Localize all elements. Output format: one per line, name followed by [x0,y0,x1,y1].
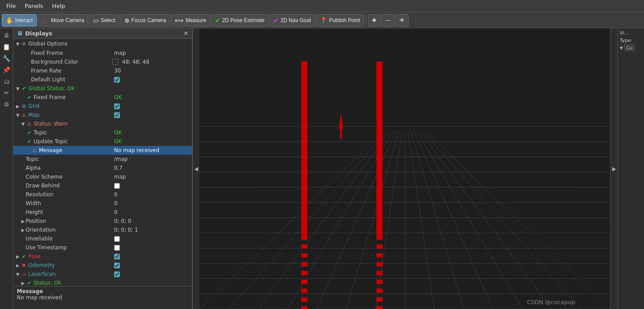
odometry-checkbox[interactable] [114,263,120,268]
pose-checkbox[interactable] [114,254,120,259]
map-row: ▼ ⚠ Map [13,111,192,119]
map-position-label: Position [26,218,111,224]
bottom-message: Message No map received [13,286,192,309]
map-topic-status-row: ✔ Topic OK [13,128,192,137]
remove-button[interactable]: — [381,14,395,27]
rviz-3d-view [199,28,610,309]
menu-help[interactable]: Help [48,2,70,10]
sidebar-icon-3[interactable]: 🔧 [1,53,12,64]
measure-button[interactable]: ⟺ Measure [171,14,210,27]
map-draw-behind-row: Draw Behind [13,181,192,190]
map-orientation-expand[interactable]: ▶ [20,227,26,233]
grid-row: ▶ ⊞ Grid [13,102,192,111]
map-width-value: 0 [112,200,119,206]
sidebar-icon-6[interactable]: ✏ [1,88,12,98]
pose-expand[interactable]: ▶ [15,254,20,259]
map-color-scheme-row: Color Scheme map [13,172,192,181]
focus-camera-button[interactable]: ⊕ Focus Camera [120,14,170,27]
menu-panels[interactable]: Panels [20,2,48,10]
map-position-expand[interactable]: ▶ [20,218,26,224]
fixed-frame-value: map [112,50,128,56]
status-fixed-frame-row: ✔ Fixed Frame OK [13,93,192,102]
map-position-value: 0; 0; 0 [112,218,133,224]
focus-camera-label: Focus Camera [131,17,166,23]
right-expand-arrow-icon: ▶ [612,166,616,172]
displays-close-button[interactable]: ✕ [184,30,188,37]
right-panel-dropdown: ▼ Cu [620,44,642,51]
map-message-warn-icon: ⚠ [31,147,38,154]
right-panel-dropdown-button[interactable]: Cu [624,44,635,51]
add-button[interactable]: ✚ [368,14,380,27]
draw-behind-checkbox[interactable] [114,183,120,189]
map-color-scheme-label: Color Scheme [26,174,111,180]
status-fixed-frame-value: OK [112,94,123,100]
sidebar-icon-2[interactable]: 📋 [1,42,12,52]
panel-collapse-button[interactable]: ◀ [192,28,199,309]
sidebar-icon-4[interactable]: 📌 [1,65,12,75]
map-alpha-label: Alpha [26,165,111,171]
map-checkbox[interactable] [114,112,120,118]
menu-file[interactable]: File [2,2,20,10]
frame-rate-row: Frame Rate 30 [13,66,192,75]
map-status-expand[interactable]: ▼ [20,121,26,126]
map-orientation-label: Orientation [26,227,111,233]
bottom-message-title: Message [17,288,188,294]
map-message-row[interactable]: ⚠ Message No map received [13,146,192,155]
laserscan-expand[interactable]: ▼ [15,271,20,277]
use-timestamp-checkbox[interactable] [114,245,120,251]
unreliable-checkbox[interactable] [114,236,120,242]
right-panel-expand[interactable]: ▶ [610,28,617,309]
displays-title: Displays [25,30,52,37]
global-status-expand[interactable]: ▼ [15,86,20,91]
bg-color-swatch[interactable] [112,59,119,65]
rviz-canvas-area[interactable]: CSDN @cocapop [199,28,610,309]
odometry-icon: ✖ [20,262,27,269]
view-button[interactable]: 👁 [395,14,409,27]
publish-point-button[interactable]: 📍 Publish Point [316,14,364,27]
map-alpha-row: Alpha 0.7 [13,164,192,172]
map-expand[interactable]: ▼ [15,112,20,118]
map-message-label: Message [39,147,111,153]
laserscan-icon: ↝ [20,271,27,278]
map-orientation-row: ▶ Orientation 0; 0; 0; 1 [13,225,192,234]
interact-button[interactable]: ✋ Interact [2,14,37,27]
focus-icon: ⊕ [124,17,130,24]
map-unreliable-label: Unreliable [26,236,111,242]
odometry-label: Odometry [28,262,111,268]
map-resolution-label: Resolution [26,191,111,198]
map-icon: ⚠ [20,111,27,118]
bg-color-value: 48; 48; 48 [120,59,151,65]
map-label: Map [28,112,111,118]
laserscan-status-label: Status: Ok [34,280,111,286]
2d-nav-icon: ✔ [273,17,279,24]
map-topic-status-value: OK [112,130,123,136]
laserscan-status-expand[interactable]: ▶ [20,280,26,286]
measure-label: Measure [185,17,206,23]
global-options-expand[interactable]: ▼ [15,41,20,46]
grid-checkbox[interactable] [114,103,120,109]
fixed-frame-row: Fixed Frame map [13,49,192,57]
2d-pose-button[interactable]: ✔ 2D Pose Estimate [211,14,268,27]
odometry-expand[interactable]: ▶ [15,263,20,268]
menubar: File Panels Help [0,0,644,12]
default-light-checkbox-cell [112,77,121,83]
sidebar-icon-7[interactable]: ⚙ [1,99,12,110]
map-topic-field-row: Topic /map [13,155,192,164]
status-fixed-frame-label: Fixed Frame [34,94,111,100]
2d-nav-button[interactable]: ✔ 2D Nav Goal [269,14,315,27]
frame-rate-label: Frame Rate [31,68,111,74]
move-camera-button[interactable]: 🎥 Move Camera [38,14,88,27]
sidebar-icon-1[interactable]: 🖥 [1,30,12,41]
2d-pose-icon: ✔ [215,17,220,24]
map-position-row: ▶ Position 0; 0; 0 [13,217,192,225]
select-button[interactable]: ▭ Select [89,14,119,27]
sidebar-icon-5[interactable]: 🗂 [1,76,12,87]
default-light-checkbox[interactable] [114,77,120,83]
global-status-label: Global Status: Ok [28,85,111,92]
laserscan-checkbox[interactable] [114,271,120,277]
collapse-arrow-icon: ◀ [194,166,198,172]
draw-behind-checkbox-cell [112,183,121,189]
frame-rate-value: 30 [112,68,123,74]
grid-expand[interactable]: ▶ [15,103,20,109]
pose-check-icon: ✔ [20,253,27,260]
